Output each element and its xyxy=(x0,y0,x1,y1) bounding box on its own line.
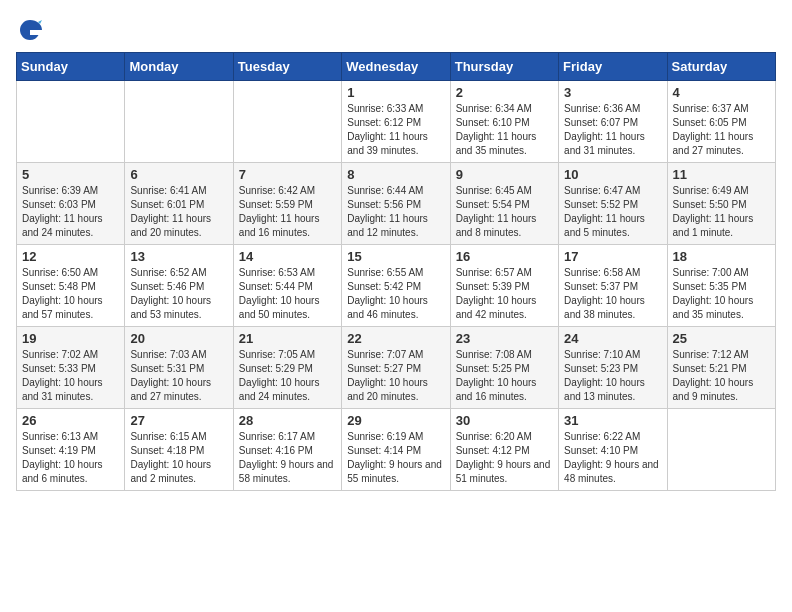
day-info: Sunrise: 6:53 AM Sunset: 5:44 PM Dayligh… xyxy=(239,266,336,322)
day-info: Sunrise: 6:17 AM Sunset: 4:16 PM Dayligh… xyxy=(239,430,336,486)
day-info: Sunrise: 6:39 AM Sunset: 6:03 PM Dayligh… xyxy=(22,184,119,240)
day-info: Sunrise: 7:08 AM Sunset: 5:25 PM Dayligh… xyxy=(456,348,553,404)
day-info: Sunrise: 6:33 AM Sunset: 6:12 PM Dayligh… xyxy=(347,102,444,158)
day-number: 26 xyxy=(22,413,119,428)
calendar-week-row: 19Sunrise: 7:02 AM Sunset: 5:33 PM Dayli… xyxy=(17,327,776,409)
day-info: Sunrise: 6:15 AM Sunset: 4:18 PM Dayligh… xyxy=(130,430,227,486)
calendar-cell xyxy=(667,409,775,491)
calendar-cell: 3Sunrise: 6:36 AM Sunset: 6:07 PM Daylig… xyxy=(559,81,667,163)
day-number: 8 xyxy=(347,167,444,182)
day-info: Sunrise: 6:22 AM Sunset: 4:10 PM Dayligh… xyxy=(564,430,661,486)
calendar-cell: 2Sunrise: 6:34 AM Sunset: 6:10 PM Daylig… xyxy=(450,81,558,163)
day-number: 14 xyxy=(239,249,336,264)
calendar-cell: 17Sunrise: 6:58 AM Sunset: 5:37 PM Dayli… xyxy=(559,245,667,327)
day-number: 25 xyxy=(673,331,770,346)
calendar-cell: 31Sunrise: 6:22 AM Sunset: 4:10 PM Dayli… xyxy=(559,409,667,491)
day-number: 1 xyxy=(347,85,444,100)
day-number: 3 xyxy=(564,85,661,100)
weekday-header-saturday: Saturday xyxy=(667,53,775,81)
day-number: 21 xyxy=(239,331,336,346)
calendar-cell xyxy=(17,81,125,163)
weekday-header-wednesday: Wednesday xyxy=(342,53,450,81)
day-info: Sunrise: 6:50 AM Sunset: 5:48 PM Dayligh… xyxy=(22,266,119,322)
weekday-header-row: SundayMondayTuesdayWednesdayThursdayFrid… xyxy=(17,53,776,81)
calendar-week-row: 1Sunrise: 6:33 AM Sunset: 6:12 PM Daylig… xyxy=(17,81,776,163)
calendar-cell: 22Sunrise: 7:07 AM Sunset: 5:27 PM Dayli… xyxy=(342,327,450,409)
calendar-cell: 28Sunrise: 6:17 AM Sunset: 4:16 PM Dayli… xyxy=(233,409,341,491)
day-number: 12 xyxy=(22,249,119,264)
calendar-cell xyxy=(125,81,233,163)
day-number: 10 xyxy=(564,167,661,182)
day-info: Sunrise: 7:12 AM Sunset: 5:21 PM Dayligh… xyxy=(673,348,770,404)
calendar-week-row: 5Sunrise: 6:39 AM Sunset: 6:03 PM Daylig… xyxy=(17,163,776,245)
calendar-cell: 13Sunrise: 6:52 AM Sunset: 5:46 PM Dayli… xyxy=(125,245,233,327)
day-number: 19 xyxy=(22,331,119,346)
day-number: 20 xyxy=(130,331,227,346)
calendar-cell: 4Sunrise: 6:37 AM Sunset: 6:05 PM Daylig… xyxy=(667,81,775,163)
day-number: 31 xyxy=(564,413,661,428)
logo-icon xyxy=(16,16,44,44)
day-info: Sunrise: 6:57 AM Sunset: 5:39 PM Dayligh… xyxy=(456,266,553,322)
day-info: Sunrise: 7:00 AM Sunset: 5:35 PM Dayligh… xyxy=(673,266,770,322)
day-info: Sunrise: 6:44 AM Sunset: 5:56 PM Dayligh… xyxy=(347,184,444,240)
day-number: 2 xyxy=(456,85,553,100)
day-info: Sunrise: 6:45 AM Sunset: 5:54 PM Dayligh… xyxy=(456,184,553,240)
day-number: 22 xyxy=(347,331,444,346)
calendar-cell: 21Sunrise: 7:05 AM Sunset: 5:29 PM Dayli… xyxy=(233,327,341,409)
calendar-cell: 27Sunrise: 6:15 AM Sunset: 4:18 PM Dayli… xyxy=(125,409,233,491)
day-number: 16 xyxy=(456,249,553,264)
calendar-cell: 7Sunrise: 6:42 AM Sunset: 5:59 PM Daylig… xyxy=(233,163,341,245)
calendar-cell: 15Sunrise: 6:55 AM Sunset: 5:42 PM Dayli… xyxy=(342,245,450,327)
day-info: Sunrise: 7:10 AM Sunset: 5:23 PM Dayligh… xyxy=(564,348,661,404)
calendar-cell: 23Sunrise: 7:08 AM Sunset: 5:25 PM Dayli… xyxy=(450,327,558,409)
day-number: 7 xyxy=(239,167,336,182)
calendar-cell: 1Sunrise: 6:33 AM Sunset: 6:12 PM Daylig… xyxy=(342,81,450,163)
weekday-header-monday: Monday xyxy=(125,53,233,81)
day-info: Sunrise: 7:02 AM Sunset: 5:33 PM Dayligh… xyxy=(22,348,119,404)
day-info: Sunrise: 6:34 AM Sunset: 6:10 PM Dayligh… xyxy=(456,102,553,158)
day-info: Sunrise: 7:07 AM Sunset: 5:27 PM Dayligh… xyxy=(347,348,444,404)
day-info: Sunrise: 6:41 AM Sunset: 6:01 PM Dayligh… xyxy=(130,184,227,240)
day-info: Sunrise: 6:42 AM Sunset: 5:59 PM Dayligh… xyxy=(239,184,336,240)
day-info: Sunrise: 6:19 AM Sunset: 4:14 PM Dayligh… xyxy=(347,430,444,486)
day-number: 24 xyxy=(564,331,661,346)
calendar-cell: 20Sunrise: 7:03 AM Sunset: 5:31 PM Dayli… xyxy=(125,327,233,409)
day-info: Sunrise: 6:52 AM Sunset: 5:46 PM Dayligh… xyxy=(130,266,227,322)
page-header xyxy=(16,16,776,44)
day-info: Sunrise: 6:20 AM Sunset: 4:12 PM Dayligh… xyxy=(456,430,553,486)
day-number: 11 xyxy=(673,167,770,182)
calendar-cell: 30Sunrise: 6:20 AM Sunset: 4:12 PM Dayli… xyxy=(450,409,558,491)
day-number: 9 xyxy=(456,167,553,182)
day-info: Sunrise: 7:05 AM Sunset: 5:29 PM Dayligh… xyxy=(239,348,336,404)
weekday-header-friday: Friday xyxy=(559,53,667,81)
day-number: 23 xyxy=(456,331,553,346)
day-number: 6 xyxy=(130,167,227,182)
weekday-header-thursday: Thursday xyxy=(450,53,558,81)
day-number: 28 xyxy=(239,413,336,428)
day-info: Sunrise: 6:58 AM Sunset: 5:37 PM Dayligh… xyxy=(564,266,661,322)
calendar-week-row: 12Sunrise: 6:50 AM Sunset: 5:48 PM Dayli… xyxy=(17,245,776,327)
calendar-cell: 26Sunrise: 6:13 AM Sunset: 4:19 PM Dayli… xyxy=(17,409,125,491)
day-number: 30 xyxy=(456,413,553,428)
calendar-cell: 8Sunrise: 6:44 AM Sunset: 5:56 PM Daylig… xyxy=(342,163,450,245)
day-number: 15 xyxy=(347,249,444,264)
calendar-cell: 11Sunrise: 6:49 AM Sunset: 5:50 PM Dayli… xyxy=(667,163,775,245)
logo xyxy=(16,16,48,44)
calendar-table: SundayMondayTuesdayWednesdayThursdayFrid… xyxy=(16,52,776,491)
day-number: 18 xyxy=(673,249,770,264)
weekday-header-sunday: Sunday xyxy=(17,53,125,81)
calendar-cell: 9Sunrise: 6:45 AM Sunset: 5:54 PM Daylig… xyxy=(450,163,558,245)
day-number: 27 xyxy=(130,413,227,428)
calendar-cell: 14Sunrise: 6:53 AM Sunset: 5:44 PM Dayli… xyxy=(233,245,341,327)
calendar-cell: 12Sunrise: 6:50 AM Sunset: 5:48 PM Dayli… xyxy=(17,245,125,327)
day-info: Sunrise: 6:55 AM Sunset: 5:42 PM Dayligh… xyxy=(347,266,444,322)
day-number: 4 xyxy=(673,85,770,100)
day-info: Sunrise: 6:36 AM Sunset: 6:07 PM Dayligh… xyxy=(564,102,661,158)
calendar-cell: 5Sunrise: 6:39 AM Sunset: 6:03 PM Daylig… xyxy=(17,163,125,245)
calendar-cell: 19Sunrise: 7:02 AM Sunset: 5:33 PM Dayli… xyxy=(17,327,125,409)
day-number: 5 xyxy=(22,167,119,182)
weekday-header-tuesday: Tuesday xyxy=(233,53,341,81)
calendar-cell: 29Sunrise: 6:19 AM Sunset: 4:14 PM Dayli… xyxy=(342,409,450,491)
calendar-cell: 24Sunrise: 7:10 AM Sunset: 5:23 PM Dayli… xyxy=(559,327,667,409)
day-info: Sunrise: 7:03 AM Sunset: 5:31 PM Dayligh… xyxy=(130,348,227,404)
